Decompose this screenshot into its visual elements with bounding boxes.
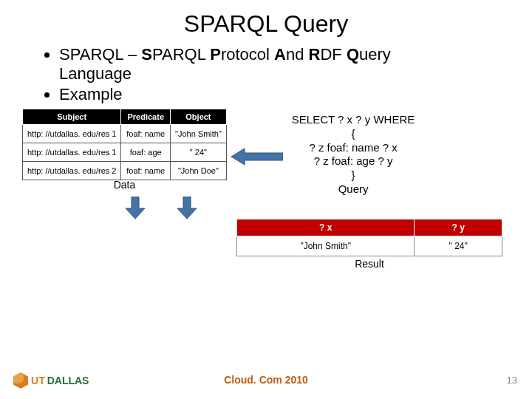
query-caption: Query (292, 183, 415, 197)
footer-conference: Cloud. Com 2010 (0, 374, 532, 386)
cell: " 24" (415, 236, 502, 256)
col-object: Object (171, 109, 227, 125)
acr-df: DF (320, 45, 346, 64)
cell: http: //utdallas. edu/res 1 (23, 143, 121, 162)
table-row: "John Smith" " 24" (237, 236, 502, 256)
bullet-language: Language (59, 64, 532, 83)
col-predicate: Predicate (121, 109, 171, 125)
query-line: ? z foaf: age ? y (292, 154, 415, 168)
cell: http: //utdallas. edu/res 1 (23, 125, 121, 143)
svg-marker-2 (177, 197, 197, 219)
data-table: Subject Predicate Object http: //utdalla… (22, 109, 227, 180)
cell: "John Smith" (171, 125, 227, 143)
arrow-left-icon (231, 147, 283, 166)
acr-p: P (210, 45, 221, 64)
acr-parql: PARQL (152, 45, 210, 64)
query-line: { (292, 127, 415, 141)
svg-marker-0 (231, 149, 283, 165)
sparql-query: SELECT ? x ? y WHERE { ? z foaf: name ? … (292, 113, 415, 197)
down-arrows (22, 197, 532, 219)
acr-nd: nd (286, 45, 309, 64)
col-x: ? x (237, 219, 415, 236)
cell: foaf: age (121, 143, 171, 162)
bullet-example: Example (59, 85, 532, 104)
acr-q: Q (347, 45, 359, 64)
result-caption: Result (236, 258, 502, 270)
cell: foaf: name (121, 162, 171, 180)
table-row: http: //utdallas. edu/res 2 foaf: name "… (23, 162, 227, 180)
acr-s: S (141, 45, 152, 64)
page-number: 13 (507, 375, 517, 386)
cell: http: //utdallas. edu/res 2 (23, 162, 121, 180)
cell: " 24" (171, 143, 227, 162)
table-row: Subject Predicate Object (23, 109, 227, 125)
col-subject: Subject (23, 109, 121, 125)
data-table-wrap: Subject Predicate Object http: //utdalla… (22, 109, 227, 191)
slide-title: SPARQL Query (0, 10, 532, 38)
data-caption: Data (22, 179, 227, 191)
cell: "John Smith" (237, 236, 415, 256)
cell: "John Doe" (171, 162, 227, 180)
bullet-list: SPARQL – SPARQL Protocol And RDF Query L… (30, 45, 532, 104)
result-table: ? x ? y "John Smith" " 24" (236, 219, 502, 256)
bullet-text: SPARQL – (59, 45, 141, 64)
table-row: ? x ? y (237, 219, 502, 236)
svg-marker-1 (126, 197, 145, 219)
acr-uery: uery (359, 45, 391, 64)
query-line: } (292, 168, 415, 183)
query-line: SELECT ? x ? y WHERE (292, 113, 415, 127)
table-row: http: //utdallas. edu/res 1 foaf: name "… (23, 125, 227, 143)
cell: foaf: name (121, 125, 171, 143)
bullet-sparql-def: SPARQL – SPARQL Protocol And RDF Query L… (59, 45, 532, 83)
col-y: ? y (415, 219, 502, 236)
table-row: http: //utdallas. edu/res 1 foaf: age " … (23, 143, 227, 162)
acr-rotocol: rotocol (221, 45, 274, 64)
query-line: ? z foaf: name ? x (292, 141, 415, 155)
result-table-wrap: ? x ? y "John Smith" " 24" Result (236, 219, 502, 270)
acr-a: A (274, 45, 286, 64)
acr-r: R (309, 45, 321, 64)
